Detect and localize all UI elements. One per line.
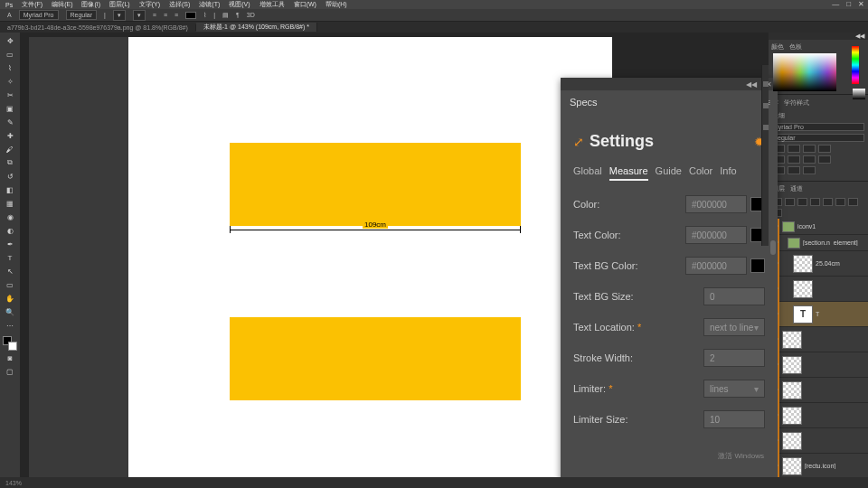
shape-tool-icon[interactable]: ▭	[2, 278, 18, 291]
swatches-tab[interactable]: 色板	[789, 42, 802, 52]
wand-tool-icon[interactable]: ✧	[2, 75, 18, 88]
layer-name[interactable]: T	[816, 311, 866, 317]
paragraph-icon[interactable]: ¶	[236, 12, 240, 18]
menu-item[interactable]: 文字(Y)	[139, 0, 160, 9]
gradient-tool-icon[interactable]: ▦	[2, 197, 18, 210]
blur-tool-icon[interactable]: ◉	[2, 211, 18, 223]
collapsed-dock[interactable]	[761, 65, 769, 246]
font-style-select[interactable]: Regular	[66, 10, 98, 20]
document-tab[interactable]: a779b3-bd21-48de-a3ce-5598e976379a.png @…	[0, 24, 196, 31]
tracking-input[interactable]	[818, 145, 831, 153]
zoom-tool-icon[interactable]: 🔍	[2, 305, 18, 318]
hscale-input[interactable]	[788, 155, 800, 164]
layer-thumbnail[interactable]	[782, 356, 802, 374]
leading-input[interactable]	[788, 145, 800, 153]
quickmask-icon[interactable]: ◙	[2, 352, 18, 364]
menu-item[interactable]: 视图(V)	[229, 0, 250, 9]
layer-name[interactable]: 25.04cm	[816, 260, 866, 267]
warp-text-icon[interactable]: ⌇	[203, 12, 206, 19]
tab-guide[interactable]: Guide	[656, 165, 682, 181]
hand-tool-icon[interactable]: ✋	[2, 292, 18, 305]
layer-row[interactable]: 👁	[769, 277, 868, 302]
filter[interactable]	[785, 198, 795, 206]
hue-slider[interactable]	[852, 46, 859, 84]
tab-measure[interactable]: Measure	[609, 165, 648, 181]
filter[interactable]	[810, 198, 820, 206]
document-tab[interactable]: 未标题-1 @ 143% (109cm, RGB/8#) *	[196, 23, 317, 32]
layer-name[interactable]: [rectu.icon]	[805, 463, 866, 469]
paragraph-tab[interactable]: 学符样式	[784, 99, 809, 108]
layer-thumbnail[interactable]: T	[793, 305, 813, 324]
yellow-rectangle-1[interactable]	[230, 143, 521, 226]
brightness-slider[interactable]	[853, 89, 865, 99]
text-location-select[interactable]: next to line	[703, 318, 765, 336]
color-swatches[interactable]	[3, 336, 17, 351]
maximize-button[interactable]: □	[846, 0, 851, 8]
align-center-icon[interactable]: ≡	[164, 12, 167, 18]
frame-tool-icon[interactable]: ▣	[2, 102, 18, 115]
dock-icon[interactable]	[763, 81, 769, 87]
layer-row[interactable]: 👁[section.n_element]	[769, 235, 868, 251]
scrollbar-thumb[interactable]	[770, 240, 776, 255]
text-color-swatch[interactable]	[185, 12, 196, 19]
align-right-icon[interactable]: ≡	[175, 12, 178, 18]
history-brush-icon[interactable]: ↺	[2, 170, 18, 183]
color-tab[interactable]: 颜色	[771, 42, 784, 52]
layer-row[interactable]: 👁[rectu.icon]	[769, 454, 868, 479]
text-color-input[interactable]: #000000	[685, 226, 747, 244]
background-swatch[interactable]	[8, 342, 17, 351]
layer-thumbnail[interactable]	[788, 238, 800, 249]
layer-thumbnail[interactable]	[782, 381, 802, 399]
filter[interactable]	[823, 198, 833, 206]
menu-item[interactable]: 图层(L)	[109, 0, 130, 9]
style-select[interactable]: Regular	[772, 134, 864, 142]
char-panel-icon[interactable]: ▤	[222, 12, 229, 19]
color-spectrum[interactable]	[773, 53, 836, 91]
collapse-icon[interactable]: ◀◀	[855, 33, 864, 40]
layer-thumbnail[interactable]	[782, 457, 802, 475]
layer-row[interactable]: 👁TT	[769, 302, 868, 327]
filter[interactable]	[848, 198, 858, 206]
tab-color[interactable]: Color	[689, 165, 712, 181]
layer-row[interactable]: 👁	[769, 428, 868, 454]
screenmode-icon[interactable]: ▢	[2, 365, 18, 378]
tab-global[interactable]: Global	[573, 165, 602, 181]
menu-item[interactable]: 图像(I)	[81, 0, 100, 9]
eyedropper-tool-icon[interactable]: ✎	[2, 116, 18, 128]
layer-thumbnail[interactable]	[793, 280, 813, 298]
baseline-input[interactable]	[803, 155, 816, 164]
font-family-select[interactable]: Myriad Pro	[19, 10, 59, 20]
move-tool-icon[interactable]: ✥	[2, 34, 18, 47]
limiter-select[interactable]: lines	[703, 380, 765, 398]
layer-thumbnail[interactable]	[793, 255, 813, 273]
font-select[interactable]: Myriad Pro	[772, 123, 864, 131]
menu-item[interactable]: 文件(F)	[22, 0, 42, 9]
filter[interactable]	[835, 198, 845, 206]
font-size-select[interactable]: ▾	[113, 10, 126, 21]
layer-row[interactable]: 👁	[769, 352, 868, 378]
specs-tab[interactable]: Specs	[561, 93, 607, 111]
menu-item[interactable]: 选择(S)	[169, 0, 190, 9]
layer-name[interactable]: iconv1	[797, 223, 866, 230]
heal-tool-icon[interactable]: ✚	[2, 129, 18, 142]
kerning-input[interactable]	[803, 145, 816, 153]
text-bg-color-input[interactable]: #000000	[685, 257, 747, 275]
menu-item[interactable]: 滤镜(T)	[199, 0, 220, 9]
opt[interactable]	[803, 166, 816, 174]
menu-item[interactable]: 帮助(H)	[326, 0, 347, 9]
menu-item[interactable]: 编辑(E)	[52, 0, 72, 9]
tab-info[interactable]: Info	[720, 165, 736, 181]
layer-thumbnail[interactable]	[782, 407, 802, 425]
filter[interactable]	[797, 198, 807, 206]
channels-tab[interactable]: 通道	[790, 184, 803, 193]
zoom-level[interactable]: 143%	[5, 480, 22, 486]
crop-tool-icon[interactable]: ✂	[2, 89, 18, 101]
stamp-tool-icon[interactable]: ⧉	[2, 156, 18, 169]
lasso-tool-icon[interactable]: ⌇	[2, 61, 18, 74]
layer-row[interactable]: 👁	[769, 403, 868, 428]
canvas[interactable]	[128, 37, 612, 480]
layer-thumbnail[interactable]	[782, 432, 802, 450]
dock-icon[interactable]	[763, 125, 769, 130]
pen-tool-icon[interactable]: ✒	[2, 238, 18, 250]
aa-select[interactable]: ▾	[133, 10, 146, 21]
